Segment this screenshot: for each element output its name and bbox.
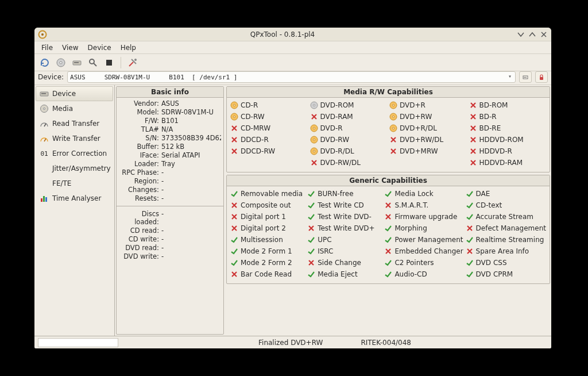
- svg-rect-14: [41, 93, 46, 94]
- svg-rect-5: [74, 62, 79, 63]
- disc-icon: [389, 101, 397, 109]
- capability-item: Digital port 2: [230, 222, 305, 234]
- sidebar-item-error-correction[interactable]: 01Error Correction: [36, 146, 113, 161]
- capability-label: Side Change: [318, 259, 361, 267]
- sidebar-item-read-transfer[interactable]: Read Transfer: [36, 116, 113, 131]
- device-row: Device: ASUS SDRW-08V1M-U B101 [ /dev/sr…: [34, 71, 551, 85]
- refresh-button[interactable]: [38, 56, 52, 70]
- device-combobox[interactable]: ASUS SDRW-08V1M-U B101 [ /dev/sr1 ]: [67, 71, 516, 83]
- search-button[interactable]: [86, 56, 100, 70]
- capability-label: Mode 2 Form 2: [241, 259, 292, 267]
- sidebar-item-jitter-asymmetry[interactable]: Jitter/Asymmetry: [36, 161, 113, 176]
- sidebar-item-media[interactable]: Media: [36, 101, 113, 116]
- cross-icon: [230, 124, 238, 132]
- capability-label: BD-R: [479, 113, 497, 121]
- menu-help[interactable]: Help: [116, 43, 141, 53]
- sidebar-item-label: FE/TE: [52, 179, 71, 187]
- cross-icon: [230, 201, 238, 209]
- info-value: B101: [161, 117, 221, 125]
- check-icon: [466, 201, 474, 209]
- info-label: Changes:: [119, 186, 161, 194]
- generic-capabilities-box: Generic Capabilities Removable mediaBURN…: [226, 175, 550, 284]
- capability-label: DVD-R/DL: [320, 147, 354, 155]
- capability-item: Defect Management: [466, 222, 546, 234]
- svg-rect-11: [524, 77, 527, 78]
- check-icon: [384, 224, 392, 232]
- disc-icon: [230, 101, 238, 109]
- info-label: IFace:: [119, 151, 161, 159]
- maximize-button[interactable]: [527, 29, 537, 40]
- info-value: Tray: [161, 160, 221, 168]
- svg-point-29: [234, 116, 235, 118]
- menu-device[interactable]: Device: [83, 43, 116, 53]
- capability-item: Multisession: [230, 234, 305, 245]
- check-icon: [307, 201, 315, 209]
- capability-label: Media Eject: [318, 270, 357, 278]
- capability-label: UPC: [318, 236, 331, 244]
- capability-label: Morphing: [394, 224, 427, 232]
- capability-label: S.M.A.R.T.: [394, 201, 428, 209]
- blank-icon: [40, 164, 49, 173]
- capability-label: DVD-RW: [320, 136, 350, 144]
- capability-item: BD-R: [469, 111, 547, 122]
- sidebar-item-device[interactable]: Device: [36, 86, 113, 101]
- cross-icon: [230, 136, 238, 144]
- capability-label: Digital port 1: [241, 213, 286, 221]
- close-button[interactable]: [539, 29, 549, 40]
- minimize-button[interactable]: [516, 29, 526, 40]
- blank-icon: [389, 159, 397, 167]
- capability-label: DVD+R: [400, 101, 425, 109]
- check-icon: [466, 270, 474, 278]
- check-icon: [230, 259, 238, 267]
- eject-button[interactable]: [519, 71, 532, 83]
- svg-point-27: [393, 105, 394, 106]
- sidebar-item-fe-te[interactable]: FE/TE: [36, 176, 113, 191]
- check-icon: [230, 236, 238, 244]
- capability-label: DDCD-RW: [241, 147, 275, 155]
- capability-item: DDCD-R: [230, 134, 308, 145]
- disc-button[interactable]: [54, 56, 68, 70]
- info-value: -: [161, 227, 221, 235]
- capability-label: DDCD-R: [241, 136, 269, 144]
- gauge-orange-icon: [40, 134, 49, 143]
- capability-label: DVD+R/DL: [400, 124, 437, 132]
- info-value: -: [161, 252, 221, 260]
- stop-button[interactable]: [102, 56, 116, 70]
- capability-label: Removable media: [241, 190, 303, 198]
- sidebar-item-label: Error Correction: [52, 149, 107, 158]
- sidebar-item-label: Read Transfer: [52, 120, 99, 128]
- capability-item: Mode 2 Form 2: [230, 257, 305, 268]
- drive-icon: [40, 89, 49, 98]
- menu-file[interactable]: File: [37, 43, 57, 53]
- drive-button[interactable]: [70, 56, 84, 70]
- capability-label: DVD-RAM: [320, 113, 353, 121]
- svg-point-37: [313, 139, 315, 141]
- svg-point-1: [41, 33, 44, 36]
- info-label: RPC Phase:: [119, 168, 161, 177]
- info-value: Serial ATAPI: [161, 151, 221, 159]
- check-icon: [307, 190, 315, 198]
- cross-icon: [230, 270, 238, 278]
- capability-item: DVD-RW: [310, 134, 388, 145]
- tools-button[interactable]: [126, 56, 140, 70]
- sidebar-item-write-transfer[interactable]: Write Transfer: [36, 131, 113, 146]
- capability-item: DVD CSS: [466, 257, 546, 268]
- svg-point-3: [60, 62, 62, 64]
- svg-point-16: [44, 108, 45, 110]
- svg-rect-8: [106, 60, 112, 66]
- capability-label: DVD-R: [320, 124, 343, 132]
- cross-icon: [310, 113, 318, 121]
- capability-item: CD-R: [230, 99, 308, 111]
- capability-item: DVD-R: [310, 122, 388, 134]
- cross-icon: [384, 247, 392, 255]
- sidebar-item-time-analyser[interactable]: Time Analyser: [36, 191, 113, 206]
- zero-one-icon: 01: [40, 149, 49, 158]
- check-icon: [307, 236, 315, 244]
- status-progress-box: [38, 338, 118, 347]
- capability-item: Side Change: [307, 257, 382, 268]
- menu-view[interactable]: View: [57, 43, 83, 53]
- cross-icon: [307, 259, 315, 267]
- lock-button[interactable]: [535, 71, 548, 83]
- cross-icon: [384, 201, 392, 209]
- disc-icon: [389, 113, 397, 121]
